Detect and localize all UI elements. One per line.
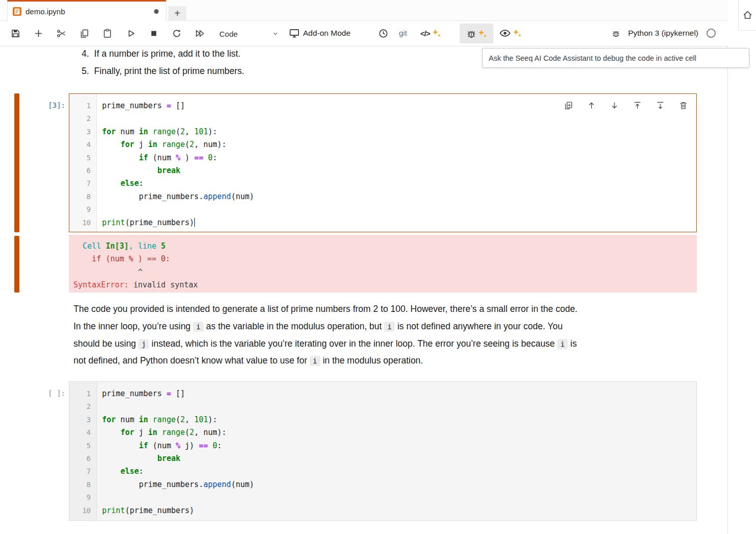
git-button[interactable]: git xyxy=(399,29,407,37)
line-number-gutter: 12345678910 xyxy=(69,94,97,232)
panel-right-border xyxy=(727,0,728,534)
execution-count-empty: [ ]: xyxy=(22,389,65,397)
add-cell-icon xyxy=(33,28,44,39)
paste-button[interactable] xyxy=(100,26,114,40)
execution-count: [3]: xyxy=(22,101,65,109)
insert-below-icon xyxy=(656,101,665,110)
save-icon xyxy=(10,28,21,39)
home-icon xyxy=(742,10,753,20)
move-cell-down-button[interactable] xyxy=(610,101,619,110)
delete-cell-button[interactable] xyxy=(678,101,688,110)
addon-mode-label: Add-on Mode xyxy=(303,29,350,38)
monitor-icon xyxy=(289,28,300,39)
run-all-icon xyxy=(194,28,205,39)
ai-explain-assistant-button[interactable] xyxy=(499,26,522,40)
move-down-icon xyxy=(610,101,619,110)
sparkle-icon xyxy=(477,29,488,39)
tab-title: demo.ipynb xyxy=(26,7,65,16)
line-number-gutter: 12345678910 xyxy=(69,382,97,520)
run-icon xyxy=(125,28,136,39)
move-up-icon xyxy=(587,101,596,110)
jupyterlab-window: demo.ipynb ● + xyxy=(0,0,756,534)
cell-toolbar xyxy=(564,101,688,110)
copy-button[interactable] xyxy=(77,26,91,40)
stop-icon xyxy=(148,28,159,39)
kernel-name[interactable]: Python 3 (ipykernel) xyxy=(628,29,698,38)
run-all-cells-button[interactable] xyxy=(192,26,207,40)
ai-code-assistant-button[interactable]: </> xyxy=(420,26,442,40)
insert-cell-below-button[interactable] xyxy=(656,101,665,110)
ai-explanation-text: The code you provided is intended to gen… xyxy=(73,301,577,370)
debug-assistant-tooltip: Ask the Seeq AI Code Assistant to debug … xyxy=(482,48,749,68)
restart-kernel-button[interactable] xyxy=(169,26,184,40)
kernel-status-icon xyxy=(705,28,717,39)
copy-icon xyxy=(79,28,90,39)
code-cell-active[interactable]: 12345678910 prime_numbers = []for num in… xyxy=(69,93,697,232)
traceback-text: Cell In[3], line 5 if (num % ) == 0: ^Sy… xyxy=(73,240,697,292)
duplicate-cell-icon xyxy=(564,101,573,110)
delete-cell-icon xyxy=(678,101,688,110)
sparkle-icon xyxy=(432,28,442,38)
notebook-icon xyxy=(13,7,21,16)
chevron-down-icon xyxy=(271,30,280,38)
bug-icon xyxy=(466,28,477,39)
kernel-indicator-group: Python 3 (ipykernel) xyxy=(611,26,717,40)
home-button[interactable] xyxy=(738,0,756,31)
markdown-cell-output: 4.If a number is prime, add it to the li… xyxy=(82,45,244,80)
cell-type-dropdown[interactable]: Code xyxy=(216,27,282,41)
sparkle-icon xyxy=(512,28,522,38)
history-button[interactable] xyxy=(376,26,390,40)
interrupt-kernel-button[interactable] xyxy=(146,26,161,40)
ai-debug-assistant-button[interactable] xyxy=(460,23,493,43)
eye-icon xyxy=(499,27,511,39)
code-icon: </> xyxy=(420,29,430,38)
code-editor[interactable]: prime_numbers = []for num in range(2, 10… xyxy=(97,382,254,520)
notebook-toolbar: Code Add-on Mode git </> xyxy=(0,21,728,46)
insert-above-icon xyxy=(633,101,642,110)
move-cell-up-button[interactable] xyxy=(587,101,596,110)
clock-icon xyxy=(378,28,389,39)
insert-cell-above-button[interactable] xyxy=(633,101,642,110)
add-cell-button[interactable] xyxy=(31,26,45,40)
run-cell-button[interactable] xyxy=(123,26,138,40)
code-editor[interactable]: prime_numbers = []for num in range(2, 10… xyxy=(97,94,254,232)
duplicate-cell-button[interactable] xyxy=(564,101,573,110)
cut-button[interactable] xyxy=(54,26,68,40)
tab-demo-ipynb[interactable]: demo.ipynb ● xyxy=(7,0,166,21)
unsaved-indicator: ● xyxy=(154,9,159,14)
cut-icon xyxy=(56,28,67,39)
output-collapser[interactable] xyxy=(14,236,19,293)
paste-icon xyxy=(102,28,113,39)
restart-icon xyxy=(171,28,182,39)
error-output: Cell In[3], line 5 if (num % ) == 0: ^Sy… xyxy=(69,235,697,293)
new-tab-button[interactable]: + xyxy=(168,6,186,21)
cell-type-value: Code xyxy=(219,30,238,38)
addon-mode-button[interactable]: Add-on Mode xyxy=(289,26,350,40)
save-button[interactable] xyxy=(8,26,22,40)
cell-collapser[interactable] xyxy=(14,93,19,232)
debugger-toggle[interactable] xyxy=(611,29,621,38)
code-cell-fixed[interactable]: 12345678910 prime_numbers = []for num in… xyxy=(69,381,697,521)
